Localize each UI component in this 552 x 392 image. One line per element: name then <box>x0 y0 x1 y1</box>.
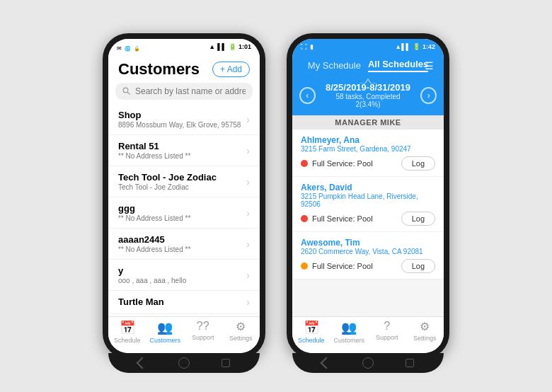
battery-icon: ▮ <box>310 43 314 50</box>
schedule-list-item: Akers, David 3215 Pumpkin Head Lane, Riv… <box>292 177 444 232</box>
back-button-right[interactable] <box>321 357 333 369</box>
chart-bump <box>357 78 379 83</box>
schedule-customer-address: 3215 Pumpkin Head Lane, Riverside, 92506 <box>301 192 435 208</box>
schedule-list-item: Ahlmeyer, Ana 3215 Farm Street, Gardena,… <box>292 129 444 177</box>
customer-address: ooo , aaa , aaa , hello <box>118 277 186 284</box>
chevron-right-icon: › <box>246 207 250 219</box>
tab-all-schedules[interactable]: All Schedules <box>368 59 428 72</box>
support-icon-right: ? <box>384 320 390 333</box>
home-button-right[interactable] <box>362 357 374 369</box>
status-dot <box>301 160 308 167</box>
customers-icon-right: 👥 <box>341 320 357 335</box>
customer-address: ** No Address Listed ** <box>118 152 190 160</box>
customers-label-right: Customers <box>333 337 364 344</box>
globe-icon <box>125 40 131 53</box>
bottom-nav-right: 📅 Schedule 👥 Customers ? Support ⚙ Setti… <box>292 316 444 353</box>
prev-week-button[interactable]: ‹ <box>299 87 316 104</box>
signal-icon: ▲▌▌ <box>395 43 410 50</box>
schedule-customer-name[interactable]: Ahlmeyer, Ana <box>301 135 435 145</box>
log-button[interactable]: Log <box>401 259 435 273</box>
status-time: 1:01 <box>238 43 251 50</box>
schedule-customer-name[interactable]: Awesome, Tim <box>301 238 435 248</box>
page-title: Customers <box>118 60 200 79</box>
customers-label: Customers <box>149 337 180 344</box>
customer-name: Tech Tool - Joe Zodiac <box>118 172 217 183</box>
customer-name: Rental 51 <box>118 141 190 151</box>
customer-list-item[interactable]: ggg ** No Address Listed ** › <box>108 197 260 229</box>
battery-icon-right: 🔋 <box>413 43 420 50</box>
recents-button[interactable] <box>222 359 230 367</box>
back-button[interactable] <box>137 357 149 369</box>
schedule-content: MANAGER MIKE Ahlmeyer, Ana 3215 Farm Str… <box>292 115 444 316</box>
service-text: Full Service: Pool <box>312 214 373 223</box>
support-label-right: Support <box>376 334 398 341</box>
schedule-icon-right: 📅 <box>304 320 319 335</box>
nav-schedule[interactable]: 📅 Schedule <box>108 320 146 349</box>
customer-list-item[interactable]: Rental 51 ** No Address Listed ** › <box>108 135 260 166</box>
time-display: 1:42 <box>422 43 435 50</box>
manager-label: MANAGER MIKE <box>292 115 444 129</box>
search-bar[interactable] <box>115 83 253 100</box>
settings-icon: ⚙ <box>236 320 246 333</box>
chevron-right-icon: › <box>246 176 250 188</box>
bottom-nav-left: 📅 Schedule 👥 Customers ? Support ⚙ Setti… <box>108 316 260 353</box>
customer-list-item[interactable]: Shop 8896 Mossburn Way, Elk Grove, 95758… <box>108 104 260 135</box>
log-button[interactable]: Log <box>401 156 435 171</box>
chevron-right-icon: › <box>246 114 250 125</box>
status-dot <box>301 263 308 270</box>
search-input[interactable] <box>135 86 246 96</box>
schedule-label-right: Schedule <box>298 337 325 344</box>
customer-name: y <box>118 265 186 276</box>
customer-name: Turtle Man <box>118 296 164 307</box>
wifi-icon: ⛶ <box>301 43 307 50</box>
customer-address: Tech Tool - Joe Zodiac <box>118 183 217 191</box>
settings-label-right: Settings <box>413 335 437 342</box>
nav-settings[interactable]: ⚙ Settings <box>222 320 260 349</box>
wifi-signal: ▲ <box>209 43 215 50</box>
schedule-customer-address: 3215 Farm Street, Gardena, 90247 <box>301 145 435 153</box>
svg-line-1 <box>127 92 130 94</box>
nav-settings-right[interactable]: ⚙ Settings <box>406 320 444 349</box>
date-navigator: ‹ 8/25/2019-8/31/2019 58 tasks, Complete… <box>292 78 444 115</box>
tasks-summary: 58 tasks, Completed 2(3.4%) <box>326 93 411 108</box>
nav-support[interactable]: ? Support <box>184 320 222 349</box>
customer-list-item[interactable]: y ooo , aaa , aaa , hello › <box>108 260 260 291</box>
customers-icon: 👥 <box>157 320 173 335</box>
envelope-icon <box>117 40 122 53</box>
support-label: Support <box>192 334 214 341</box>
nav-schedule-right[interactable]: 📅 Schedule <box>292 320 330 349</box>
battery-status: 🔋 <box>229 43 236 50</box>
schedule-label: Schedule <box>114 337 141 344</box>
left-phone: ▲ ▌▌ 🔋 1:01 Customers + Add <box>103 33 265 359</box>
nav-customers[interactable]: 👥 Customers <box>146 320 185 349</box>
log-button[interactable]: Log <box>401 212 435 226</box>
status-bar-left: ▲ ▌▌ 🔋 1:01 <box>108 39 260 54</box>
customer-address: ** No Address Listed ** <box>118 214 190 222</box>
schedule-customer-name[interactable]: Akers, David <box>301 183 435 192</box>
chevron-right-icon: › <box>246 270 250 281</box>
customer-list-item[interactable]: aaaan2445 ** No Address Listed ** › <box>108 229 260 260</box>
add-customer-button[interactable]: + Add <box>212 62 250 77</box>
settings-label: Settings <box>229 335 253 342</box>
next-week-button[interactable]: › <box>420 87 437 104</box>
home-button[interactable] <box>178 357 190 369</box>
support-icon: ? <box>197 320 209 333</box>
customer-address: ** No Address Listed ** <box>118 246 190 253</box>
nav-customers-right[interactable]: 👥 Customers <box>330 320 369 349</box>
right-phone: ⛶ ▮ ▲▌▌ 🔋 1:42 My Schedule All Schedules… <box>287 33 449 359</box>
search-icon <box>122 87 131 96</box>
recents-button-right[interactable] <box>406 359 414 367</box>
tab-my-schedule[interactable]: My Schedule <box>308 60 361 71</box>
svg-point-0 <box>123 88 128 93</box>
chevron-right-icon: › <box>246 296 250 308</box>
schedule-header: My Schedule All Schedules ☰ <box>292 54 444 78</box>
customer-list-item[interactable]: Tech Tool - Joe Zodiac Tech Tool - Joe Z… <box>108 166 260 197</box>
chevron-right-icon: › <box>246 238 250 250</box>
customer-list-item[interactable]: Turtle Man › <box>108 291 260 314</box>
status-dot <box>301 215 308 222</box>
chevron-right-icon: › <box>246 145 250 156</box>
customer-name: Shop <box>118 110 241 120</box>
nav-support-right[interactable]: ? Support <box>368 320 406 349</box>
date-range: 8/25/2019-8/31/2019 <box>326 82 411 93</box>
filter-icon[interactable]: ☰ <box>425 60 434 71</box>
